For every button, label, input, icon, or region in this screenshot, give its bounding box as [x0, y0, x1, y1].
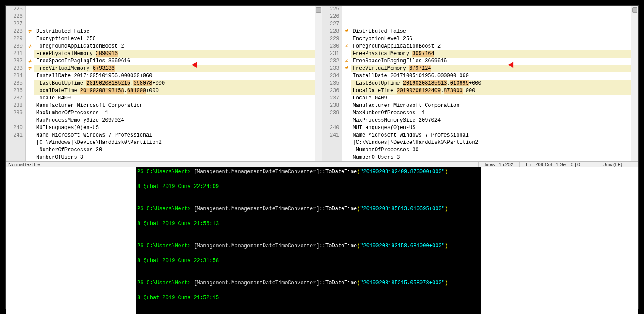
right-pane[interactable]: 2252262272282292302312322332342352362372… — [322, 6, 639, 161]
left-gutter: 2252262272282292302312322332342352362372… — [6, 6, 26, 161]
right-code[interactable]: Distributed FalseEncryptionLevel 256Fore… — [351, 6, 631, 161]
left-scrollbar[interactable] — [315, 6, 322, 161]
status-filetype: Normal text file — [6, 162, 478, 167]
left-pane[interactable]: 2252262272282292302312322332342352362372… — [6, 6, 322, 161]
right-markers: ≠≠≠≠ — [342, 6, 351, 161]
status-eol: Unix (LF) — [586, 162, 638, 167]
status-lines: lines : 15.202 — [478, 162, 519, 167]
lower-left-blank — [6, 167, 136, 314]
status-position: Ln : 209 Col : 1 Sel : 0 | 0 — [519, 162, 586, 167]
lower-area: PS C:\Users\Mert> [Management.Management… — [6, 167, 638, 314]
status-bar: Normal text file lines : 15.202 Ln : 209… — [6, 162, 638, 167]
diff-compare-area: 2252262272282292302312322332342352362372… — [6, 6, 638, 162]
left-markers: ≠≠≠≠ — [26, 6, 34, 161]
powershell-terminal[interactable]: PS C:\Users\Mert> [Management.Management… — [136, 167, 481, 314]
right-gutter: 2252262272282292302312322332342352362372… — [322, 6, 342, 161]
left-code[interactable]: Distributed FalseEncryptionLevel 256Fore… — [34, 6, 315, 161]
right-scrollbar[interactable] — [631, 6, 638, 161]
